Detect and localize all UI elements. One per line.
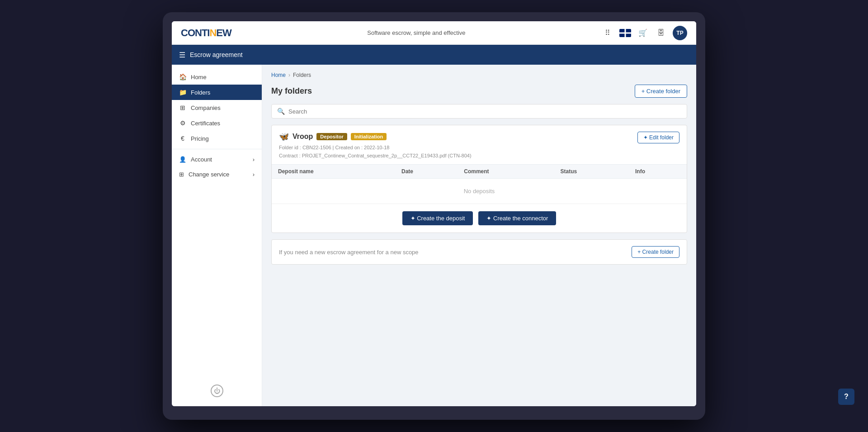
folder-emoji-icon: 🦋 [279,132,289,142]
sidebar-item-change-service[interactable]: ⊞ Change service › [172,167,262,182]
cart-icon[interactable]: 🛒 [637,27,649,39]
col-date: Date [395,165,458,179]
sidebar-item-folders[interactable]: 📁 Folders [172,85,262,100]
col-status: Status [554,165,629,179]
search-input[interactable] [288,108,681,115]
folder-meta-line1: Folder id : CBN22-1506 | Created on : 20… [279,144,472,152]
change-service-chevron-icon: › [253,171,255,178]
breadcrumb-home[interactable]: Home [271,72,286,78]
breadcrumb-separator: › [288,72,290,78]
tagline: Software escrow, simple and effective [367,29,465,36]
folder-name: Vroop [292,133,313,141]
sidebar-item-home[interactable]: 🏠 Home [172,69,262,85]
sidebar-label-home: Home [191,74,207,81]
edit-folder-button[interactable]: ✦ Edit folder [637,132,679,143]
bottom-create-folder-button[interactable]: + Create folder [632,246,679,258]
sidebar-label-folders: Folders [191,89,210,96]
folder-card: 🦋 Vroop Depositor Initialization Folder … [271,125,687,233]
apps-icon[interactable]: ⠿ [601,27,614,39]
sidebar-label-pricing: Pricing [191,135,209,142]
folders-header: My folders + Create folder [271,85,687,98]
nav-title: Escrow agreement [190,51,243,58]
nav-bar: ☰ Escrow agreement [172,45,696,65]
folder-name-row: 🦋 Vroop Depositor Initialization [279,132,472,142]
change-service-icon: ⊞ [179,171,184,178]
create-folder-button[interactable]: + Create folder [635,85,687,98]
sidebar-label-companies: Companies [191,104,221,111]
col-info: Info [629,165,687,179]
deposit-actions: ✦ Create the deposit ✦ Create the connec… [272,204,687,233]
deposits-table: Deposit name Date Comment Status Info No… [272,164,687,204]
folder-card-header: 🦋 Vroop Depositor Initialization Folder … [272,125,687,164]
search-box: 🔍 [271,104,687,119]
user-avatar[interactable]: TP [673,26,687,40]
language-flag-icon[interactable] [619,29,631,37]
sidebar-item-companies[interactable]: ⊞ Companies [172,100,262,115]
breadcrumb-current: Folders [293,72,311,78]
companies-icon: ⊞ [179,104,186,111]
logout-button[interactable]: ⏻ [211,385,223,397]
folder-info: 🦋 Vroop Depositor Initialization Folder … [279,132,472,160]
main-content: Home › Folders My folders + Create folde… [262,65,696,406]
bottom-info-text: If you need a new escrow agreement for a… [279,249,419,256]
app-logo: CONTINEW [181,27,231,39]
create-deposit-button[interactable]: ✦ Create the deposit [402,211,473,225]
badge-depositor: Depositor [316,133,347,140]
pricing-icon: € [179,135,186,142]
account-chevron-icon: › [253,156,255,163]
folder-meta: Folder id : CBN22-1506 | Created on : 20… [279,144,472,160]
certificates-icon: ⚙ [179,119,186,127]
account-icon: 👤 [179,156,186,163]
sidebar-item-certificates[interactable]: ⚙ Certificates [172,115,262,131]
top-icons: ⠿ 🛒 🗄 TP [601,26,687,40]
col-deposit-name: Deposit name [272,165,395,179]
badge-initialization: Initialization [351,133,387,140]
sidebar-item-pricing[interactable]: € Pricing [172,131,262,146]
home-icon: 🏠 [179,73,186,81]
database-icon[interactable]: 🗄 [655,27,667,39]
help-button[interactable]: ? [838,389,854,405]
breadcrumb: Home › Folders [271,72,687,78]
sidebar-label-certificates: Certificates [191,120,220,127]
folder-icon: 📁 [179,89,186,96]
create-connector-button[interactable]: ✦ Create the connector [478,211,556,225]
sidebar-label-account: Account [191,156,212,163]
sidebar: 🏠 Home 📁 Folders ⊞ Companies ⚙ Certifica… [172,65,262,406]
no-deposits-message: No deposits [272,179,687,204]
hamburger-icon[interactable]: ☰ [179,51,185,59]
col-comment: Comment [458,165,554,179]
sidebar-label-change-service: Change service [189,171,229,178]
page-title: My folders [271,86,312,96]
sidebar-item-account[interactable]: 👤 Account › [172,152,262,167]
search-icon: 🔍 [277,108,285,115]
folder-meta-line2: Contract : PROJET_Continew_Contrat_seque… [279,152,472,160]
bottom-info: If you need a new escrow agreement for a… [271,239,687,265]
